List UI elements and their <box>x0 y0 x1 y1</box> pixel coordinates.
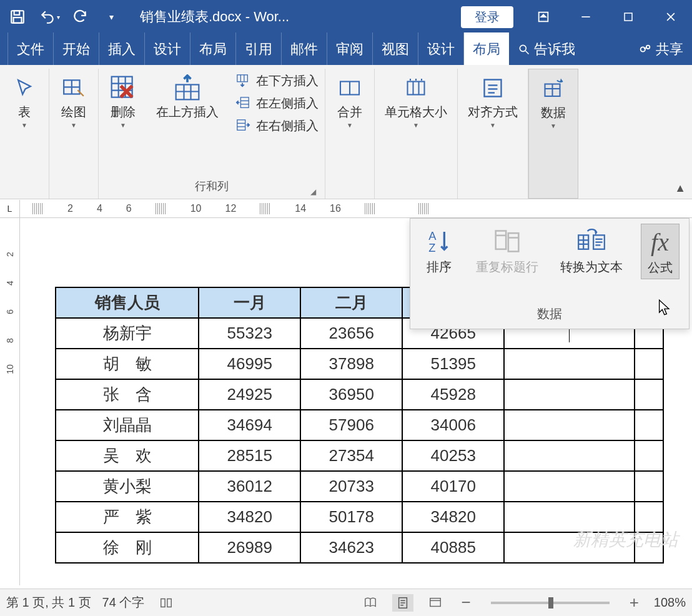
cell-value[interactable]: 45928 <box>402 379 504 410</box>
tab-layout[interactable]: 布局 <box>190 32 236 65</box>
login-button[interactable]: 登录 <box>461 6 513 28</box>
table-row[interactable]: 徐 刚269893462340885 <box>56 532 663 563</box>
table-row[interactable]: 张 含249253695045928 <box>56 379 663 410</box>
save-button[interactable] <box>5 4 30 29</box>
cell-name[interactable]: 杨新宇 <box>56 318 199 349</box>
tab-table-design[interactable]: 设计 <box>418 32 464 65</box>
cell-value[interactable]: 20733 <box>300 471 402 502</box>
cell-name[interactable]: 吴 欢 <box>56 440 199 471</box>
tab-review[interactable]: 审阅 <box>327 32 373 65</box>
zoom-level[interactable]: 108% <box>654 595 686 610</box>
tab-selector[interactable]: L <box>0 200 20 217</box>
ribbon-display-button[interactable] <box>522 0 565 34</box>
cell-value[interactable]: 26989 <box>199 532 300 563</box>
cell-value[interactable]: 55323 <box>199 318 300 349</box>
draw-table-button[interactable]: 绘图 ▼ <box>56 71 92 131</box>
tab-table-layout[interactable]: 布局 <box>464 32 509 65</box>
undo-button[interactable]: ▾ <box>36 4 61 29</box>
cell-value[interactable]: 34820 <box>402 502 504 532</box>
collapse-ribbon-icon[interactable]: ▲ <box>675 182 686 195</box>
delete-button[interactable]: 删除 ▼ <box>105 71 141 131</box>
qat-customize[interactable]: ▾ <box>99 4 124 29</box>
zoom-in-button[interactable]: + <box>626 593 643 612</box>
page-indicator[interactable]: 第 1 页, 共 1 页 <box>6 594 91 611</box>
cell-total[interactable] <box>504 502 635 532</box>
alignment-button[interactable]: 对齐方式 ▼ <box>464 71 521 131</box>
table-row[interactable]: 吴 欢285152735440253 <box>56 440 663 471</box>
cell-extra[interactable] <box>635 349 663 379</box>
cell-value[interactable]: 36950 <box>300 379 402 410</box>
insert-above-button[interactable]: 在上方插入 <box>152 71 222 123</box>
tab-insert[interactable]: 插入 <box>99 32 145 65</box>
cell-value[interactable]: 46995 <box>199 349 300 379</box>
cell-total[interactable] <box>504 349 635 379</box>
cell-extra[interactable] <box>635 502 663 532</box>
cell-value[interactable]: 28515 <box>199 440 300 471</box>
tab-view[interactable]: 视图 <box>373 32 418 65</box>
web-layout-button[interactable] <box>425 594 446 612</box>
cell-value[interactable]: 40885 <box>402 532 504 563</box>
cell-value[interactable]: 50178 <box>300 502 402 532</box>
share-button[interactable]: 共享 <box>630 32 692 65</box>
zoom-slider[interactable] <box>491 602 610 604</box>
cell-value[interactable]: 40253 <box>402 440 504 471</box>
redo-button[interactable] <box>67 4 92 29</box>
cell-extra[interactable] <box>635 379 663 410</box>
tell-me-search[interactable]: 告诉我 <box>509 32 584 65</box>
word-count[interactable]: 74 个字 <box>102 594 145 611</box>
cell-value[interactable]: 34820 <box>199 502 300 532</box>
insert-left-button[interactable]: 在左侧插入 <box>234 94 319 112</box>
cell-name[interactable]: 刘晶晶 <box>56 410 199 440</box>
cell-value[interactable]: 57906 <box>300 410 402 440</box>
zoom-out-button[interactable]: − <box>457 593 474 612</box>
cell-name[interactable]: 黄小梨 <box>56 471 199 502</box>
select-table-button[interactable]: 表 ▼ <box>6 71 42 131</box>
tab-file[interactable]: 文件 <box>7 32 54 65</box>
cell-name[interactable]: 张 含 <box>56 379 199 410</box>
merge-button[interactable]: 合并 ▼ <box>332 71 368 131</box>
close-button[interactable] <box>650 0 692 34</box>
dialog-launcher-icon[interactable]: ◢ <box>310 187 316 196</box>
zoom-thumb[interactable] <box>548 597 553 609</box>
cell-total[interactable] <box>504 410 635 440</box>
table-row[interactable]: 严 紫348205017834820 <box>56 502 663 532</box>
maximize-button[interactable] <box>607 0 650 34</box>
horizontal-ruler[interactable]: L 2 4 6 10 12 14 16 <box>0 199 692 218</box>
cell-total[interactable] <box>504 379 635 410</box>
cell-value[interactable]: 37898 <box>300 349 402 379</box>
tab-design[interactable]: 设计 <box>145 32 190 65</box>
cell-name[interactable]: 胡 敏 <box>56 349 199 379</box>
tab-references[interactable]: 引用 <box>236 32 282 65</box>
cell-total[interactable] <box>504 471 635 502</box>
print-layout-button[interactable] <box>392 594 413 612</box>
tab-mail[interactable]: 邮件 <box>282 32 327 65</box>
cell-extra[interactable] <box>635 440 663 471</box>
cell-value[interactable]: 36012 <box>199 471 300 502</box>
cell-value[interactable]: 23656 <box>300 318 402 349</box>
cell-name[interactable]: 严 紫 <box>56 502 199 532</box>
header-month2[interactable]: 二月 <box>300 287 402 318</box>
cell-value[interactable]: 27354 <box>300 440 402 471</box>
cell-extra[interactable] <box>635 410 663 440</box>
cell-name[interactable]: 徐 刚 <box>56 532 199 563</box>
data-menu-button[interactable]: 数据 ▼ <box>535 72 571 132</box>
cell-total[interactable] <box>504 532 635 563</box>
insert-right-button[interactable]: 在右侧插入 <box>234 116 319 135</box>
read-mode-button[interactable] <box>360 594 381 612</box>
cell-extra[interactable] <box>635 532 663 563</box>
cell-total[interactable] <box>504 440 635 471</box>
cell-size-button[interactable]: 单元格大小 ▼ <box>381 71 451 131</box>
insert-below-button[interactable]: 在下方插入 <box>234 71 319 90</box>
cell-extra[interactable] <box>635 471 663 502</box>
header-month1[interactable]: 一月 <box>199 287 300 318</box>
cell-value[interactable]: 24925 <box>199 379 300 410</box>
cell-value[interactable]: 40170 <box>402 471 504 502</box>
spelling-button[interactable] <box>156 594 177 612</box>
formula-button[interactable]: fx 公式 <box>641 224 680 279</box>
convert-to-text-button[interactable]: 转换为文本 <box>556 224 626 278</box>
cell-value[interactable]: 34006 <box>402 410 504 440</box>
cell-value[interactable]: 51395 <box>402 349 504 379</box>
table-row[interactable]: 刘晶晶346945790634006 <box>56 410 663 440</box>
cell-value[interactable]: 34694 <box>199 410 300 440</box>
table-row[interactable]: 胡 敏469953789851395 <box>56 349 663 379</box>
